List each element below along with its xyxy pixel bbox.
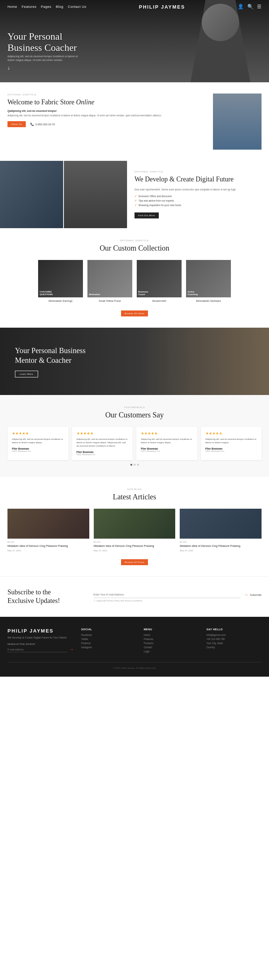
footer-menu-contact[interactable]: Contact bbox=[144, 646, 199, 649]
testimonial-text-4: Adipiscing elit, sed do eiusmod tempor i… bbox=[206, 438, 258, 444]
testimonials-grid: ★★★★★ Adipiscing elit, sed do eiusmod te… bbox=[8, 427, 261, 460]
dot-1[interactable] bbox=[130, 464, 132, 466]
stars-3: ★★★★★ bbox=[141, 431, 193, 435]
collection-img-text-3: BusinessCoach bbox=[138, 291, 180, 296]
find-out-more-button[interactable]: Find Out More bbox=[134, 212, 159, 218]
digital-list-item-1: ✓ Exclusive Offers and discounts bbox=[134, 194, 261, 198]
articles-optional: OUR BLOG bbox=[8, 488, 261, 490]
phone-info: 📞 0-800-333-24-76 bbox=[30, 123, 55, 126]
brand-logo: PHILIP JAYMES bbox=[139, 4, 185, 10]
dot-2[interactable] bbox=[134, 464, 136, 466]
article-1: BLOG Mistaken Idea of Denoun Cing Pleasu… bbox=[8, 509, 89, 552]
collection-item-3: BusinessCoach Neckerchief bbox=[137, 260, 182, 302]
footer-pinterest[interactable]: Pinterest bbox=[81, 642, 136, 644]
testimonial-author-3: Flier Bowman bbox=[141, 447, 193, 450]
article-meta-2: May 14, 2021 bbox=[94, 549, 176, 552]
article-meta-3: May 14, 2021 bbox=[180, 549, 261, 552]
footer-contact-col: Say Hello info@jaymes.com +00 123 456 78… bbox=[206, 628, 261, 655]
testimonial-text-3: Adipiscing elit, sed do eiusmod tempor i… bbox=[141, 438, 193, 444]
hero-subtitle: Adipiscing elit, sed do eiusmod tempor i… bbox=[8, 55, 82, 62]
subscribe-label: Subscribe bbox=[250, 593, 261, 596]
testimonial-author-2: Flier Bowman bbox=[77, 451, 128, 453]
testimonial-role-1: CEO, Business Co. bbox=[12, 450, 64, 452]
collection-item-1: COACHINGQUESTIONS Minimalistic Earrings bbox=[38, 260, 83, 302]
footer-menu-login[interactable]: Login bbox=[144, 650, 199, 653]
subscribe-arrow-icon: → bbox=[244, 592, 248, 597]
testimonial-role-3: CEO, Business Co. bbox=[141, 450, 193, 452]
testimonials-title: Our Customers Say bbox=[8, 411, 261, 419]
nav-pages[interactable]: Pages bbox=[41, 5, 52, 9]
testimonials-optional: TESTIMONIALS bbox=[8, 406, 261, 409]
collection-label-1: Minimalistic Earrings bbox=[38, 300, 83, 302]
search-icon[interactable]: 🔍 bbox=[247, 4, 253, 10]
digital-list-item-2: ✓ Tips and advice from our experts bbox=[134, 199, 261, 202]
article-tag-3: BLOG bbox=[180, 541, 261, 543]
welcome-image-inner bbox=[213, 94, 261, 150]
article-title-3: Mistaken Idea of Denoun Cing Pleasure Pr… bbox=[180, 544, 261, 548]
menu-icon[interactable]: ☰ bbox=[257, 4, 261, 10]
testimonial-2: ★★★★★ Adipiscing elit, sed do eiusmod te… bbox=[72, 427, 133, 460]
collection-title: Our Custom Collection bbox=[8, 244, 261, 253]
article-title-2: Mistaken Idea of Denoun Cing Pleasure Pr… bbox=[94, 544, 176, 548]
digital-list: ✓ Exclusive Offers and discounts ✓ Tips … bbox=[134, 194, 261, 208]
banner-learn-more-button[interactable]: Learn More bbox=[15, 371, 38, 377]
nav-contact[interactable]: Contact Us bbox=[68, 5, 87, 9]
footer-menu-home[interactable]: Home bbox=[144, 634, 199, 636]
collection-optional: OPTIONAL SUBTITLE bbox=[8, 239, 261, 242]
footer-email-input[interactable] bbox=[8, 647, 68, 652]
nav-blog[interactable]: Blog bbox=[56, 5, 63, 9]
footer-subscribe-arrow[interactable]: → bbox=[69, 647, 74, 652]
footer-brand-name: PHILIP JAYMES bbox=[8, 628, 74, 634]
user-icon[interactable]: 👤 bbox=[237, 4, 244, 10]
articles-grid: BLOG Mistaken Idea of Denoun Cing Pleasu… bbox=[8, 509, 261, 552]
collection-item-4: ActiveCoaching Minimalistic Necklace bbox=[186, 260, 231, 302]
footer-instagram[interactable]: Instagram bbox=[81, 646, 136, 649]
testimonial-role-2: CEO, Business Co. bbox=[77, 453, 128, 456]
subscribe-right: → Subscribe ✓ I agree with Privacy Polic… bbox=[93, 591, 261, 602]
browse-all-items-button[interactable]: Browse All Items bbox=[121, 310, 148, 317]
check-icon-3: ✓ bbox=[134, 204, 137, 207]
collection-img-2: Motivation bbox=[87, 260, 132, 298]
footer-newsletter-label: Newsletter Signup bbox=[8, 643, 74, 645]
browse-all-posts-button[interactable]: Browse All Posts bbox=[121, 559, 148, 565]
dot-3[interactable] bbox=[137, 464, 139, 466]
footer-brand: PHILIP JAYMES We Develop & Create Digita… bbox=[8, 628, 74, 655]
nav-features[interactable]: Features bbox=[22, 5, 36, 9]
collection-section: OPTIONAL SUBTITLE Our Custom Collection … bbox=[0, 228, 269, 328]
collection-img-3: BusinessCoach bbox=[137, 260, 182, 298]
article-2: BLOG Mistaken Idea of Denoun Cing Pleasu… bbox=[94, 509, 176, 552]
nav-links: Home Features Pages Blog Contact Us bbox=[8, 5, 86, 9]
testimonial-1: ★★★★★ Adipiscing elit, sed do eiusmod te… bbox=[8, 427, 68, 460]
digital-image-2 bbox=[64, 161, 127, 228]
article-title-1: Mistaken Idea of Denoun Cing Pleasure Pr… bbox=[8, 544, 89, 548]
articles-title: Latest Articles bbox=[8, 493, 261, 501]
footer-city: Your City, State bbox=[206, 642, 261, 644]
nav-home[interactable]: Home bbox=[8, 5, 17, 9]
digital-optional: OPTIONAL SUBTITLE bbox=[134, 170, 261, 173]
footer-menu-products[interactable]: Products bbox=[144, 642, 199, 644]
welcome-optional: OPTIONAL SUBTITLE bbox=[8, 94, 206, 96]
banner-section: Your Personal Business Mentor & Coacher … bbox=[0, 328, 269, 395]
about-us-button[interactable]: About Us bbox=[8, 121, 26, 127]
digital-image-1 bbox=[0, 161, 63, 228]
footer-twitter[interactable]: Twitter bbox=[81, 638, 136, 640]
subscribe-button[interactable]: → Subscribe bbox=[244, 592, 261, 597]
phone-icon: 📞 bbox=[30, 123, 34, 126]
welcome-actions: About Us 📞 0-800-333-24-76 bbox=[8, 121, 206, 127]
footer-contact-title: Say Hello bbox=[206, 628, 261, 631]
digital-title: We Develop & Create Digital Future bbox=[134, 175, 261, 184]
subscribe-email-input[interactable] bbox=[93, 591, 240, 598]
phone-number: 0-800-333-24-76 bbox=[35, 123, 55, 126]
check-icon-2: ✓ bbox=[134, 199, 137, 202]
collection-label-4: Minimalistic Necklace bbox=[186, 300, 231, 302]
stars-4: ★★★★★ bbox=[206, 431, 258, 435]
collection-label-3: Neckerchief bbox=[137, 300, 182, 302]
collection-img-text-2: Motivation bbox=[89, 293, 131, 296]
footer-facebook[interactable]: Facebook bbox=[81, 634, 136, 636]
footer-menu-features[interactable]: Features bbox=[144, 638, 199, 640]
hero-content: Your Personal Business Coacher Adipiscin… bbox=[0, 31, 269, 82]
scroll-arrow[interactable]: ↓ bbox=[8, 65, 261, 71]
welcome-image bbox=[213, 94, 261, 150]
collection-img-text-4: ActiveCoaching bbox=[188, 291, 229, 296]
testimonial-text-2: Adipiscing elit, sed do eiusmod tempor i… bbox=[77, 438, 128, 448]
